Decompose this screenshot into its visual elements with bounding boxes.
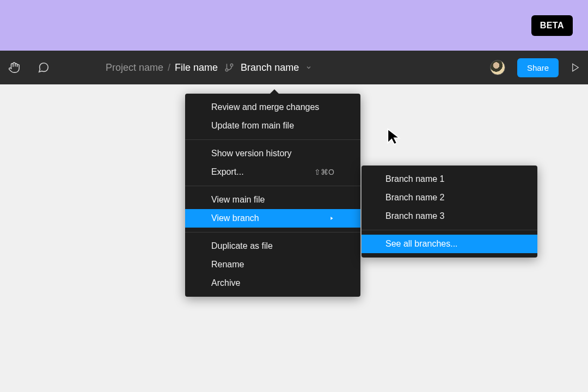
menu-item-label: Export... (211, 167, 244, 177)
branch-icon (224, 63, 234, 72)
menu-view-branch[interactable]: View branch (185, 209, 360, 228)
breadcrumb-project[interactable]: Project name (106, 62, 163, 74)
menu-shortcut: ⇧⌘O (314, 168, 334, 176)
menu-item-label: Rename (211, 260, 244, 270)
menu-item-label: Review and merge changes (211, 102, 319, 112)
branch-submenu: Branch name 1 Branch name 2 Branch name … (362, 166, 537, 258)
menu-archive[interactable]: Archive (185, 274, 360, 292)
avatar[interactable] (490, 60, 505, 75)
menu-item-label: Branch name 1 (385, 174, 445, 184)
menu-item-label: See all branches... (385, 239, 458, 249)
submenu-branch-2[interactable]: Branch name 2 (362, 188, 537, 207)
menu-version-history[interactable]: Show version history (185, 144, 360, 163)
svg-marker-1 (330, 217, 333, 220)
share-button[interactable]: Share (517, 58, 559, 77)
menu-item-label: Duplicate as file (211, 241, 273, 251)
menu-duplicate-as-file[interactable]: Duplicate as file (185, 237, 360, 255)
menu-rename[interactable]: Rename (185, 255, 360, 274)
submenu-arrow-icon (329, 213, 334, 223)
menu-divider (185, 186, 360, 186)
menu-divider (362, 230, 537, 230)
submenu-see-all-branches[interactable]: See all branches... (362, 235, 537, 253)
submenu-branch-1[interactable]: Branch name 1 (362, 170, 537, 188)
breadcrumb-branch[interactable]: Branch name (241, 62, 299, 74)
menu-item-label: Show version history (211, 149, 292, 158)
top-toolbar: Project name / File name Branch name Sha… (0, 51, 588, 84)
breadcrumb: Project name / File name Branch name (106, 62, 312, 74)
menu-review-merge[interactable]: Review and merge changes (185, 98, 360, 117)
submenu-branch-3[interactable]: Branch name 3 (362, 207, 537, 225)
menu-item-label: View main file (211, 195, 265, 205)
menu-item-label: View branch (211, 213, 259, 223)
menu-export[interactable]: Export... ⇧⌘O (185, 163, 360, 181)
menu-item-label: Archive (211, 278, 240, 288)
svg-marker-0 (573, 64, 579, 71)
menu-divider (185, 232, 360, 232)
menu-update-from-main[interactable]: Update from main file (185, 117, 360, 135)
toolbar-right: Share (490, 58, 580, 77)
hand-tool-icon[interactable] (8, 61, 21, 74)
menu-divider (185, 139, 360, 140)
context-menu: Review and merge changes Update from mai… (185, 94, 360, 297)
menu-item-label: Branch name 3 (385, 211, 445, 221)
menu-view-main-file[interactable]: View main file (185, 191, 360, 209)
menu-item-label: Branch name 2 (385, 193, 445, 203)
toolbar-left (8, 61, 50, 74)
menu-pointer-icon (270, 89, 279, 94)
chevron-down-icon[interactable] (305, 62, 312, 74)
comment-tool-icon[interactable] (37, 61, 50, 74)
top-banner: BETA (0, 0, 588, 51)
play-icon[interactable] (571, 63, 580, 72)
beta-badge: BETA (531, 15, 573, 36)
breadcrumb-separator: / (168, 62, 170, 74)
breadcrumb-file[interactable]: File name (175, 62, 218, 74)
menu-item-label: Update from main file (211, 121, 294, 131)
